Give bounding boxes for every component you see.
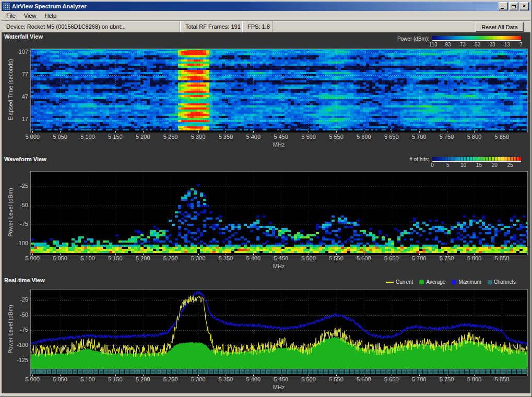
close-button[interactable]: ×: [519, 2, 529, 10]
waveform-x-axis-unit: MHz: [273, 263, 285, 269]
x-tick-label-waterfall: 5 200: [136, 134, 150, 140]
menu-view[interactable]: View: [20, 11, 41, 20]
x-tick-label-waveform: 5 800: [467, 255, 482, 261]
app-icon: [3, 3, 10, 10]
x-tick-label-waterfall: 5 500: [301, 134, 316, 140]
waterfall-x-axis-unit: MHz: [273, 141, 285, 148]
device-status: Device: Rocket M5 (00156D1C8268) on ubnt…: [2, 21, 180, 32]
realtime-y-tick-label: -75: [7, 327, 28, 333]
legend-item-maximum: Maximum: [452, 279, 481, 285]
waterfall-y-tick-label: 17: [7, 116, 28, 122]
statusbar-divider: [272, 21, 273, 32]
x-tick-label-realtime: 5 100: [80, 376, 95, 382]
power-scale-tick: -93: [443, 42, 451, 47]
x-tick-label-waterfall: 5 800: [467, 134, 482, 140]
x-tick-label-waveform: 5 250: [163, 255, 178, 261]
legend-swatch-channels: [488, 280, 492, 284]
x-tick-label-waveform: 5 850: [495, 255, 510, 261]
title-bar: AirView Spectrum Analyzer ×: [2, 2, 530, 11]
x-tick-label-realtime: 5 400: [246, 376, 261, 382]
realtime-x-axis-unit: MHz: [273, 384, 285, 390]
close-icon: ×: [523, 4, 526, 9]
x-tick-label-waterfall: 5 000: [25, 134, 40, 140]
status-bar: Device: Rocket M5 (00156D1C8268) on ubnt…: [2, 20, 530, 32]
legend-label-maximum: Maximum: [458, 279, 481, 285]
x-tick-label-waterfall: 5 850: [495, 134, 510, 140]
x-tick-label-waterfall: 5 400: [246, 134, 261, 140]
waterfall-panel-title: Waterfall View: [4, 33, 43, 40]
menu-bar: File View Help: [2, 11, 530, 20]
x-tick-label-waterfall: 5 700: [412, 134, 427, 140]
x-tick-label-realtime: 5 000: [25, 376, 40, 382]
power-scale-tick: -113: [427, 42, 437, 47]
x-tick-label-waterfall: 5 300: [191, 134, 206, 140]
realtime-y-tick-label: -25: [7, 296, 28, 303]
waveform-y-tick-label: -100: [7, 240, 28, 246]
rf-frames-text: Total RF Frames: 191: [185, 23, 241, 30]
reset-all-data-button[interactable]: Reset All Data: [476, 22, 524, 32]
power-scale-tick: -73: [458, 42, 465, 47]
x-tick-label-waterfall: 5 450: [274, 134, 288, 140]
fps-status: FPS: 1.8: [243, 21, 272, 32]
legend-label-current: Current: [396, 279, 413, 285]
power-scale-tick: -53: [473, 42, 480, 47]
menu-file[interactable]: File: [2, 11, 20, 20]
legend-swatch-maximum: [452, 280, 456, 284]
x-tick-label-realtime: 5 500: [301, 376, 316, 382]
waterfall-canvas: [30, 49, 528, 133]
x-tick-label-waterfall: 5 250: [163, 134, 178, 140]
hits-scale-tick: 25: [507, 162, 513, 168]
power-scale-tick: -13: [502, 42, 510, 47]
x-tick-label-realtime: 5 050: [53, 376, 67, 382]
hits-scale-tick: 0: [431, 162, 434, 168]
x-tick-label-realtime: 5 600: [357, 376, 371, 382]
legend-swatch-current: [386, 282, 394, 283]
waterfall-y-tick-label: 47: [7, 93, 28, 100]
app-window: AirView Spectrum Analyzer × File View He…: [0, 0, 532, 397]
hits-colorbar-underline: [432, 161, 521, 162]
legend-item-current: Current: [386, 279, 413, 285]
x-tick-label-waveform: 5 450: [274, 255, 288, 261]
minimize-icon: [501, 8, 504, 9]
x-tick-label-waterfall: 5 100: [80, 134, 95, 140]
power-colorbar-underline: [432, 40, 521, 41]
x-tick-label-realtime: 5 550: [329, 376, 344, 382]
x-tick-label-waterfall: 5 050: [53, 134, 67, 140]
power-scale-tick: 7: [519, 42, 523, 47]
window-controls: ×: [499, 2, 530, 10]
power-scale-tick: -33: [488, 42, 495, 47]
menu-help[interactable]: Help: [40, 11, 61, 20]
x-tick-label-waterfall: 5 750: [440, 134, 454, 140]
realtime-legend: CurrentAverageMaximumChannels: [386, 279, 516, 285]
x-tick-label-realtime: 5 700: [412, 376, 427, 382]
minimize-button[interactable]: [499, 2, 508, 10]
legend-item-channels: Channels: [488, 279, 516, 285]
x-tick-label-waterfall: 5 350: [219, 134, 233, 140]
x-tick-label-waveform: 5 150: [108, 255, 123, 261]
legend-swatch-average: [419, 280, 424, 284]
x-tick-label-waveform: 5 600: [357, 255, 371, 261]
x-tick-label-realtime: 5 750: [440, 376, 454, 382]
hits-scale-tick: 20: [492, 162, 498, 168]
x-tick-label-realtime: 5 650: [384, 376, 399, 382]
legend-label-average: Average: [426, 279, 445, 285]
realtime-y-tick-label: -125: [7, 357, 28, 363]
realtime-y-tick-label: -50: [7, 311, 28, 318]
x-tick-label-waterfall: 5 550: [329, 134, 344, 140]
x-tick-label-realtime: 5 350: [219, 376, 233, 382]
x-tick-label-waveform: 5 650: [384, 255, 399, 261]
legend-label-channels: Channels: [494, 279, 516, 285]
maximize-button[interactable]: [509, 2, 518, 10]
maximize-icon: [512, 5, 516, 8]
x-tick-label-waterfall: 5 650: [384, 134, 399, 140]
window-title: AirView Spectrum Analyzer: [12, 3, 86, 9]
waveform-y-tick-label: -25: [7, 183, 28, 189]
x-tick-label-waveform: 5 700: [412, 255, 427, 261]
waveform-panel-title: Waveform View: [4, 156, 46, 162]
legend-item-average: Average: [419, 279, 445, 285]
waveform-canvas: [30, 171, 528, 255]
x-tick-label-realtime: 5 300: [191, 376, 206, 382]
x-tick-label-waveform: 5 750: [440, 255, 454, 261]
waterfall-y-tick-label: 107: [7, 49, 28, 55]
realtime-canvas: [30, 289, 528, 376]
